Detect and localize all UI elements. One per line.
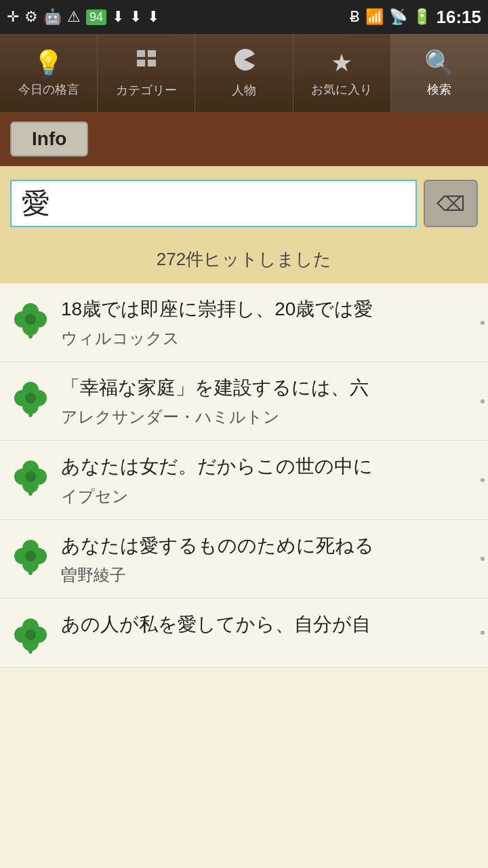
clover-icon: [10, 456, 51, 497]
clover-icon: [10, 614, 51, 655]
scroll-indicator: [481, 631, 485, 635]
status-bar: ✛ ⚙ 🤖 ⚠ 94 ⬇ ⬇ ⬇ Ƀ 📶 📡 🔋 16:15: [0, 0, 488, 34]
nav-item-search[interactable]: 🔍 検索: [391, 34, 488, 112]
svg-point-32: [25, 629, 36, 640]
svg-rect-27: [28, 568, 33, 575]
search-input[interactable]: 愛: [22, 184, 50, 222]
wifi-icon: 📶: [365, 8, 384, 26]
scroll-indicator: [481, 399, 485, 403]
result-text-block: あなたは女だ。だからこの世の中にイプセン: [61, 453, 478, 507]
result-item[interactable]: 「幸福な家庭」を建設するには、六アレクサンダー・ハミルトン: [0, 362, 488, 441]
result-item[interactable]: あなたは女だ。だからこの世の中にイプセン: [0, 441, 488, 519]
bluetooth-icon: Ƀ: [350, 8, 360, 26]
result-text-block: 18歳では即座に崇拝し、20歳では愛ウィルコックス: [61, 296, 478, 349]
results-list: 18歳では即座に崇拝し、20歳では愛ウィルコックス 「幸福な家庭」を建設するには…: [0, 283, 488, 668]
battery-icon: 🔋: [413, 8, 431, 26]
result-item[interactable]: あなたは愛するもののために死ねる曽野綾子: [0, 520, 488, 599]
search-input-wrapper[interactable]: 愛: [10, 180, 417, 227]
result-text-block: あの人が私を愛してから、自分が自: [61, 611, 478, 643]
result-quote: あなたは女だ。だからこの世の中に: [61, 453, 478, 479]
signal-icon: 📡: [389, 8, 407, 26]
search-area: 愛 ⌫: [0, 166, 488, 241]
svg-rect-1: [148, 50, 156, 57]
nav-item-favorites[interactable]: ★ お気に入り: [293, 34, 391, 112]
status-time: 16:15: [436, 7, 482, 28]
warning-icon: ⚠: [67, 8, 81, 26]
plus-icon: ✛: [7, 8, 19, 26]
svg-rect-33: [28, 647, 33, 654]
svg-rect-0: [137, 50, 145, 57]
battery-94: 94: [86, 9, 106, 25]
svg-rect-15: [28, 410, 33, 417]
clover-icon: [10, 378, 51, 418]
result-quote: あなたは愛するもののために死ねる: [61, 532, 478, 559]
info-button[interactable]: Info: [10, 121, 88, 157]
nav-label-today: 今日の格言: [18, 81, 79, 98]
svg-point-8: [25, 314, 36, 325]
scroll-indicator: [481, 321, 485, 325]
nav-item-person[interactable]: 人物: [195, 34, 293, 112]
nav-bar: 💡 今日の格言 カテゴリー 人物 ★ お気に入り 🔍 検索: [0, 34, 488, 112]
nav-item-today[interactable]: 💡 今日の格言: [0, 34, 98, 112]
scroll-indicator: [481, 557, 485, 561]
result-text-block: 「幸福な家庭」を建設するには、六アレクサンダー・ハミルトン: [61, 374, 478, 428]
download-icon-2: ⬇: [129, 8, 142, 26]
download-icon-1: ⬇: [112, 8, 124, 26]
status-icons-right: Ƀ 📶 📡 🔋 16:15: [350, 7, 482, 28]
delete-button[interactable]: ⌫: [424, 180, 478, 227]
delete-icon: ⌫: [436, 192, 465, 216]
search-nav-icon: 🔍: [424, 49, 455, 77]
result-count-text: 272件ヒットしました: [157, 249, 331, 269]
category-icon: [134, 47, 159, 78]
clover-icon: [10, 299, 51, 340]
svg-point-14: [25, 393, 36, 403]
svg-rect-9: [28, 332, 33, 338]
result-author: ウィルコックス: [61, 328, 478, 349]
nav-label-favorites: お気に入り: [311, 81, 372, 98]
nav-label-category: カテゴリー: [116, 82, 177, 98]
scroll-indicator: [481, 478, 485, 482]
result-quote: 「幸福な家庭」を建設するには、六: [61, 374, 478, 401]
bulb-icon: 💡: [33, 49, 64, 77]
result-item[interactable]: 18歳では即座に崇拝し、20歳では愛ウィルコックス: [0, 283, 488, 362]
svg-rect-3: [148, 60, 156, 66]
svg-point-20: [25, 471, 36, 482]
android-icon: 🤖: [43, 8, 62, 26]
result-author: イプセン: [61, 486, 478, 507]
result-quote: あの人が私を愛してから、自分が自: [61, 611, 478, 637]
nav-label-person: 人物: [232, 82, 256, 98]
svg-rect-21: [28, 489, 33, 496]
result-count-bar: 272件ヒットしました: [0, 241, 488, 283]
svg-rect-2: [137, 60, 145, 66]
status-icons-left: ✛ ⚙ 🤖 ⚠ 94 ⬇ ⬇ ⬇: [7, 8, 159, 26]
svg-point-26: [25, 551, 36, 561]
pacman-icon: [232, 47, 256, 78]
download-icon-3: ⬇: [147, 8, 159, 26]
result-item[interactable]: あの人が私を愛してから、自分が自: [0, 599, 488, 668]
info-bar: Info: [0, 112, 488, 166]
result-author: 曽野綾子: [61, 564, 478, 586]
result-quote: 18歳では即座に崇拝し、20歳では愛: [61, 296, 478, 322]
clover-icon: [10, 536, 51, 576]
nav-label-search: 検索: [427, 81, 451, 98]
result-author: アレクサンダー・ハミルトン: [61, 406, 478, 428]
nav-item-category[interactable]: カテゴリー: [98, 34, 195, 112]
star-icon: ★: [331, 49, 352, 77]
usb-icon: ⚙: [24, 8, 38, 26]
result-text-block: あなたは愛するもののために死ねる曽野綾子: [61, 532, 478, 586]
